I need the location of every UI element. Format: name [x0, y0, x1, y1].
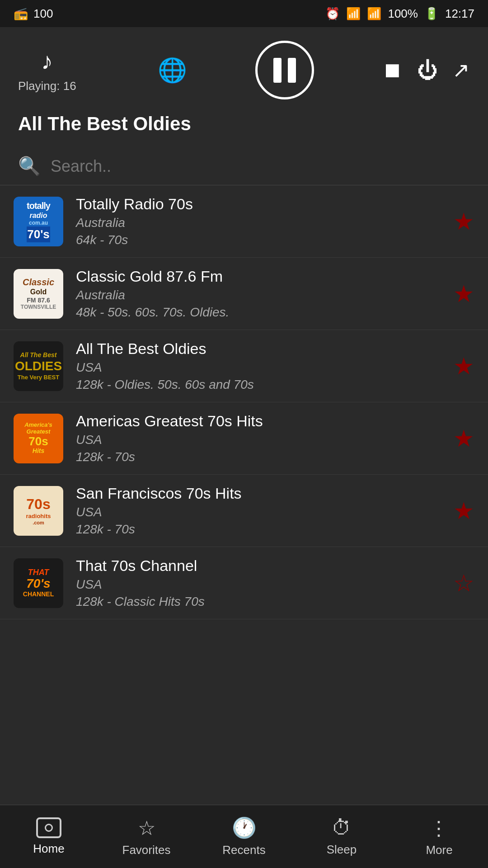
station-name: Totally Radio 70s — [76, 195, 441, 213]
station-name: That 70s Channel — [76, 557, 441, 575]
favorites-label: Favorites — [122, 843, 171, 857]
station-country: Australia — [76, 288, 441, 302]
current-station-title: All The Best Oldies — [18, 113, 470, 135]
station-bitrate: 64k - 70s — [76, 233, 441, 247]
alarm-icon: ⏰ — [325, 7, 340, 21]
search-icon: 🔍 — [18, 156, 41, 177]
station-info: San Franciscos 70s Hits USA 128k - 70s — [76, 485, 441, 537]
nav-item-sleep[interactable]: ⏱ Sleep — [293, 805, 390, 868]
station-name: Classic Gold 87.6 Fm — [76, 268, 441, 285]
sleep-label: Sleep — [327, 843, 357, 857]
favorite-star[interactable] — [453, 497, 474, 524]
stop-button[interactable]: ⏹ — [382, 58, 403, 82]
station-item[interactable]: All The Best OLDIES The Very BEST All Th… — [0, 330, 488, 402]
power-button[interactable]: ⏻ — [417, 58, 438, 82]
station-item[interactable]: THAT 70's CHANNEL That 70s Channel USA 1… — [0, 547, 488, 619]
status-left: 📻 100 — [14, 7, 53, 21]
status-bar: 📻 100 ⏰ 📶 📶 100% 🔋 12:17 — [0, 0, 488, 27]
status-right: ⏰ 📶 📶 100% 🔋 12:17 — [325, 7, 474, 21]
player-header: ♪ Playing: 16 🌐 ⏹ ⏻ ↗ — [0, 27, 488, 108]
station-info: That 70s Channel USA 128k - Classic Hits… — [76, 557, 441, 609]
main-content: ♪ Playing: 16 🌐 ⏹ ⏻ ↗ All The Best Oldie… — [0, 27, 488, 805]
station-country: USA — [76, 505, 441, 519]
station-item[interactable]: 70s radiohits .com San Franciscos 70s Hi… — [0, 475, 488, 547]
station-info: All The Best Oldies USA 128k - Oldies. 5… — [76, 340, 441, 392]
app-icon: 📻 — [14, 7, 28, 21]
pause-icon — [273, 58, 296, 83]
pause-button[interactable] — [255, 41, 314, 99]
globe-icon: 🌐 — [158, 57, 187, 83]
recents-label: Recents — [222, 843, 265, 857]
playing-label: Playing: 16 — [18, 79, 76, 93]
station-bitrate: 48k - 50s. 60s. 70s. Oldies. — [76, 305, 441, 320]
station-name: All The Best Oldies — [76, 340, 441, 358]
signal-icon: 📶 — [367, 7, 381, 21]
battery-icon: 🔋 — [424, 7, 439, 21]
sleep-icon: ⏱ — [332, 816, 352, 839]
station-name: Americas Greatest 70s Hits — [76, 412, 441, 430]
station-bitrate: 128k - Oldies. 50s. 60s and 70s — [76, 377, 441, 392]
favorite-star[interactable] — [453, 425, 474, 452]
station-logo-oldies: All The Best OLDIES The Very BEST — [14, 341, 63, 391]
station-bitrate: 128k - Classic Hits 70s — [76, 594, 441, 609]
station-item[interactable]: totally radio com.au 70's Totally Radio … — [0, 185, 488, 258]
station-bitrate: 128k - 70s — [76, 450, 441, 464]
station-item[interactable]: Classic Gold FM 87.6 TOWNSVILLE Classic … — [0, 258, 488, 330]
nav-item-favorites[interactable]: ☆ Favorites — [98, 805, 195, 868]
search-input[interactable] — [51, 157, 470, 176]
station-name: San Franciscos 70s Hits — [76, 485, 441, 502]
nav-item-more[interactable]: ⋮ More — [390, 805, 488, 868]
signal-count: 100 — [33, 7, 53, 21]
bottom-nav: Home ☆ Favorites 🕐 Recents ⏱ Sleep ⋮ Mor… — [0, 805, 488, 868]
station-info: Totally Radio 70s Australia 64k - 70s — [76, 195, 441, 247]
station-info: Americas Greatest 70s Hits USA 128k - 70… — [76, 412, 441, 464]
favorites-icon: ☆ — [138, 816, 155, 840]
station-logo-sf: 70s radiohits .com — [14, 486, 63, 536]
station-title-bar: All The Best Oldies — [0, 108, 488, 147]
home-label: Home — [33, 842, 64, 856]
station-country: Australia — [76, 216, 441, 230]
wifi-icon: 📶 — [346, 7, 361, 21]
search-bar: 🔍 — [0, 147, 488, 185]
station-country: USA — [76, 360, 441, 375]
clock-time: 12:17 — [445, 7, 474, 21]
station-info: Classic Gold 87.6 Fm Australia 48k - 50s… — [76, 268, 441, 320]
station-item[interactable]: America's Greatest 70s Hits Americas Gre… — [0, 402, 488, 475]
station-list: totally radio com.au 70's Totally Radio … — [0, 185, 488, 805]
recents-icon: 🕐 — [232, 816, 257, 840]
player-controls: ⏹ ⏻ ↗ — [382, 58, 470, 82]
battery-percent: 100% — [388, 7, 418, 21]
favorite-star[interactable] — [453, 570, 474, 597]
station-country: USA — [76, 433, 441, 447]
station-logo-classic: Classic Gold FM 87.6 TOWNSVILLE — [14, 269, 63, 319]
nav-item-home[interactable]: Home — [0, 805, 98, 868]
station-country: USA — [76, 577, 441, 592]
favorite-star[interactable] — [453, 208, 474, 235]
favorite-star[interactable] — [453, 353, 474, 380]
station-bitrate: 128k - 70s — [76, 522, 441, 537]
nav-item-recents[interactable]: 🕐 Recents — [195, 805, 293, 868]
station-logo-totally: totally radio com.au 70's — [14, 197, 63, 246]
more-label: More — [426, 843, 452, 857]
home-icon — [36, 817, 61, 838]
share-button[interactable]: ↗ — [452, 58, 470, 82]
station-logo-americas: America's Greatest 70s Hits — [14, 414, 63, 463]
music-note-icon: ♪ — [41, 47, 53, 75]
more-icon: ⋮ — [429, 816, 450, 840]
station-logo-that70s: THAT 70's CHANNEL — [14, 558, 63, 608]
favorite-star[interactable] — [453, 280, 474, 307]
